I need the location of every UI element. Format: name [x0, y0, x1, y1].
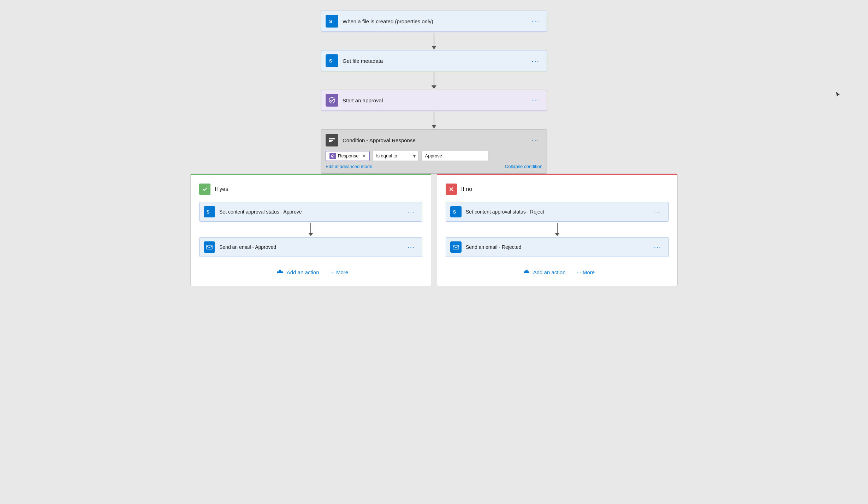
svg-rect-14 [525, 270, 528, 271]
svg-text:S: S [329, 58, 332, 64]
no-badge [446, 184, 457, 195]
response-pill: Response ✕ [326, 151, 370, 161]
branch-no-header: If no [446, 184, 669, 195]
branch-container: If yes S Set content approval status - A… [190, 174, 678, 286]
no-action-1-more[interactable]: ··· [651, 207, 664, 217]
arrow-3 [432, 111, 436, 129]
sharepoint-metadata-icon: S [326, 54, 338, 67]
branch-yes-title: If yes [215, 186, 228, 192]
yes-action-1-label: Set content approval status - Approve [219, 209, 405, 215]
yes-add-action-label: Add an action [287, 269, 319, 275]
arrow-1 [432, 32, 436, 50]
get-metadata-more[interactable]: ··· [529, 55, 542, 66]
no-more-label: More [583, 269, 595, 275]
svg-text:S: S [329, 19, 332, 24]
response-label: Response [338, 153, 359, 158]
no-add-action-button[interactable]: Add an action [520, 267, 569, 277]
svg-rect-12 [453, 245, 459, 249]
no-arrow-1 [446, 222, 669, 237]
branch-no: If no S Set content approval status - Re… [437, 174, 678, 286]
branch-yes: If yes S Set content approval status - A… [190, 174, 431, 286]
no-action-2-more[interactable]: ··· [651, 242, 664, 252]
svg-rect-10 [279, 270, 281, 271]
yes-action-1-icon: S [204, 206, 215, 217]
approval-label: Start an approval [343, 97, 529, 103]
yes-more-dots: ··· [331, 269, 335, 275]
approval-icon [326, 94, 338, 107]
condition-more[interactable]: ··· [529, 135, 542, 146]
condition-operator-select[interactable]: is equal to is not equal to contains [373, 151, 418, 161]
condition-icon [326, 134, 338, 146]
condition-operator-wrap[interactable]: is equal to is not equal to contains [373, 151, 418, 161]
yes-add-action-icon [276, 268, 284, 276]
svg-rect-4 [329, 140, 333, 141]
no-action-2-label: Send an email - Rejected [466, 244, 651, 250]
no-more-button[interactable]: ··· More [577, 269, 595, 275]
yes-more-label: More [336, 269, 348, 275]
svg-rect-3 [329, 138, 335, 139]
condition-label: Condition - Approval Response [343, 137, 529, 143]
svg-rect-5 [329, 141, 332, 142]
no-more-dots: ··· [577, 269, 582, 275]
condition-value-input[interactable] [421, 151, 488, 161]
trigger-node: S When a file is created (properties onl… [321, 11, 547, 32]
response-close[interactable]: ✕ [362, 154, 366, 158]
no-action-1-label: Set content approval status - Reject [466, 209, 651, 215]
yes-arrow-1 [199, 222, 422, 237]
yes-action-1: S Set content approval status - Approve … [199, 202, 422, 222]
trigger-label: When a file is created (properties only) [343, 18, 529, 24]
no-action-2-icon [450, 241, 462, 253]
svg-point-6 [331, 155, 334, 157]
sharepoint-trigger-icon: S [326, 15, 338, 28]
get-metadata-label: Get file metadata [343, 58, 529, 64]
yes-action-2-more[interactable]: ··· [405, 242, 418, 252]
svg-text:S: S [453, 210, 456, 215]
yes-action-1-more[interactable]: ··· [405, 207, 418, 217]
branch-no-title: If no [461, 186, 472, 192]
svg-point-2 [329, 97, 335, 103]
arrow-2 [432, 71, 436, 90]
yes-action-2-icon [204, 241, 215, 253]
get-metadata-node: S Get file metadata ··· [321, 50, 547, 71]
no-add-action-icon [523, 268, 530, 276]
yes-add-action-button[interactable]: Add an action [273, 267, 322, 277]
no-action-2: Send an email - Rejected ··· [446, 237, 669, 257]
yes-add-action-area: Add an action ··· More [199, 267, 422, 277]
no-action-1-icon: S [450, 206, 462, 217]
no-action-1: S Set content approval status - Reject ·… [446, 202, 669, 222]
approval-more[interactable]: ··· [529, 95, 542, 106]
trigger-more[interactable]: ··· [529, 16, 542, 27]
collapse-condition-link[interactable]: Collapse condition [505, 164, 542, 169]
no-add-action-label: Add an action [533, 269, 566, 275]
approval-node: Start an approval ··· [321, 90, 547, 111]
svg-rect-8 [207, 245, 212, 249]
condition-node: Condition - Approval Response ··· [321, 129, 547, 174]
response-pill-icon [329, 153, 336, 159]
no-add-action-area: Add an action ··· More [446, 267, 669, 277]
yes-badge [199, 184, 210, 195]
branch-yes-header: If yes [199, 184, 422, 195]
svg-text:S: S [207, 210, 209, 215]
yes-more-button[interactable]: ··· More [331, 269, 349, 275]
yes-action-2-label: Send an email - Approved [219, 244, 405, 250]
yes-action-2: Send an email - Approved ··· [199, 237, 422, 257]
edit-advanced-link[interactable]: Edit in advanced mode [326, 164, 372, 169]
